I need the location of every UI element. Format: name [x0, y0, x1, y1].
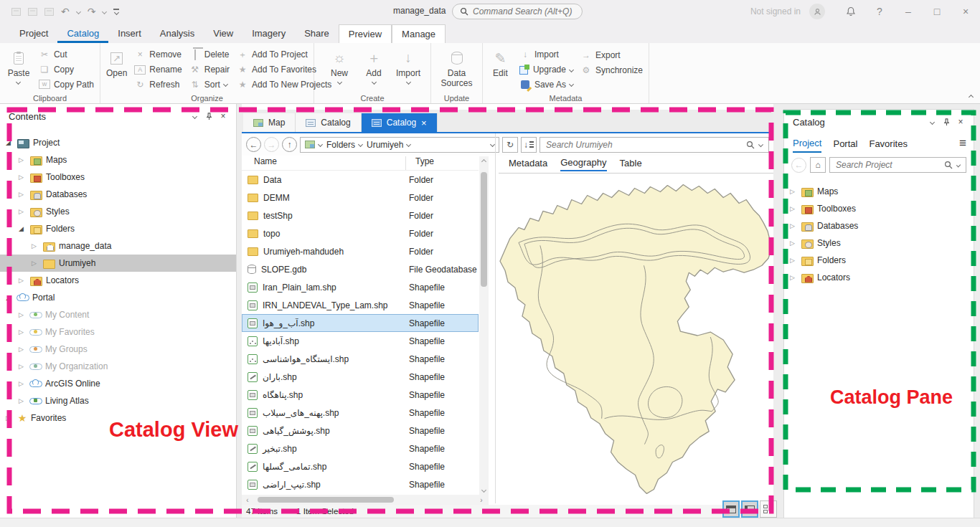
tab-manage[interactable]: Manage	[392, 24, 446, 43]
tree-item-maps[interactable]: ▷Maps	[0, 151, 236, 168]
vertical-scrollbar[interactable]	[479, 156, 489, 495]
forward-button[interactable]: →	[264, 137, 279, 152]
new-project-icon[interactable]	[11, 8, 21, 16]
tree-item-folders[interactable]: ◢Folders	[0, 220, 236, 237]
help-button[interactable]: ?	[865, 0, 894, 23]
pane-item-databases[interactable]: ▷Databases	[784, 217, 974, 234]
notifications-button[interactable]	[837, 0, 865, 23]
file-row[interactable]: پناهگاه.shpShapefile	[242, 386, 479, 404]
expander-icon[interactable]: ▷	[790, 257, 800, 264]
pane-tab-project[interactable]: Project	[793, 134, 821, 153]
catalog-search-input[interactable]	[546, 140, 742, 150]
doc-tab-catalog-1[interactable]: Catalog	[296, 113, 361, 132]
pane-tab-portal[interactable]: Portal	[833, 138, 857, 149]
file-row[interactable]: تيپ_اراضى.shpShapefile	[242, 475, 479, 493]
file-row[interactable]: پهنه_هاى_سيلاب.shpShapefile	[242, 404, 479, 422]
tree-item-locators[interactable]: ▷Locators	[0, 272, 236, 289]
tree-item-arcgis-online[interactable]: ▷ArcGIS Online	[0, 375, 236, 392]
tree-item-portal[interactable]: ◢Portal	[0, 289, 236, 306]
tree-item-urumiyeh[interactable]: ▷Urumiyeh	[0, 255, 236, 272]
expander-icon[interactable]: ◢	[19, 225, 29, 232]
close-pane-icon[interactable]: ×	[953, 115, 968, 129]
pane-options-chevron-icon[interactable]	[925, 115, 939, 129]
pane-item-maps[interactable]: ▷Maps	[784, 183, 974, 200]
copy-button[interactable]: ❏Copy	[39, 62, 94, 77]
pane-tab-favorites[interactable]: Favorites	[869, 138, 907, 149]
thumbnail-view-button[interactable]	[760, 500, 777, 518]
chevron-down-icon[interactable]	[318, 142, 323, 147]
repair-button[interactable]: ⚒Repair	[189, 62, 230, 77]
pane-item-toolboxes[interactable]: ▷Toolboxes	[784, 200, 974, 217]
tree-item-databases[interactable]: ▷Databases	[0, 186, 236, 203]
expander-icon[interactable]: ▷	[19, 311, 29, 318]
pane-item-styles[interactable]: ▷Styles	[784, 234, 974, 252]
list-view-button[interactable]	[741, 500, 758, 518]
up-button[interactable]: ↑	[282, 137, 297, 152]
menu-icon[interactable]: ≡	[959, 136, 966, 151]
preview-tab-table[interactable]: Table	[620, 154, 642, 171]
expander-icon[interactable]: ▷	[19, 380, 29, 387]
tab-analysis[interactable]: Analysis	[151, 23, 204, 43]
pane-item-folders[interactable]: ▷Folders	[784, 252, 974, 269]
location-crumb[interactable]: Urumiyeh	[367, 140, 410, 150]
expander-icon[interactable]: ◢	[6, 139, 16, 146]
doc-tab-map[interactable]: Map	[243, 113, 296, 132]
tab-view[interactable]: View	[204, 23, 242, 43]
pane-search-box[interactable]	[829, 157, 966, 173]
save-as-dropdown-icon[interactable]	[569, 82, 574, 87]
file-row[interactable]: IRN_LANDEVAL_Type_Lam.shpShapefile	[242, 296, 479, 314]
chevron-down-icon[interactable]	[358, 142, 363, 147]
save-project-icon[interactable]	[44, 8, 54, 16]
expander-icon[interactable]: ▷	[790, 274, 800, 281]
scroll-left-icon[interactable]: ‹	[242, 496, 253, 504]
close-button[interactable]: ×	[951, 0, 980, 23]
expander-icon[interactable]: ▷	[19, 328, 29, 336]
column-header-type[interactable]: Type	[405, 156, 434, 170]
edit-button[interactable]: ✎ Edit	[489, 47, 512, 92]
search-options-icon[interactable]	[956, 163, 961, 168]
expander-icon[interactable]: ▷	[19, 397, 29, 404]
file-row[interactable]: DataFolder	[242, 171, 479, 189]
file-row[interactable]: DEMMFolder	[242, 189, 479, 206]
file-row[interactable]: تمامى_گسلها.shpShapefile	[242, 457, 479, 475]
cut-button[interactable]: ✂Cut	[39, 47, 94, 62]
refresh-button[interactable]: ↻Refresh	[134, 77, 182, 92]
tree-item-my-organization[interactable]: ▷My Organization	[0, 358, 236, 375]
location-breadcrumb[interactable]: Folders Urumiyeh	[300, 137, 499, 153]
expander-icon[interactable]: ▷	[19, 346, 29, 353]
folders-crumb[interactable]: Folders	[326, 140, 362, 150]
refresh-view-button[interactable]: ↻	[502, 137, 518, 153]
redo-dropdown-icon[interactable]	[102, 9, 107, 14]
back-button[interactable]: ←	[246, 137, 261, 152]
tree-item-favorites[interactable]: ▷★Favorites	[0, 409, 236, 427]
tab-preview[interactable]: Preview	[339, 24, 392, 43]
tab-project[interactable]: Project	[10, 23, 57, 43]
import-button[interactable]: ↓ Import	[392, 47, 425, 92]
close-tab-icon[interactable]: ×	[421, 118, 427, 128]
pane-item-locators[interactable]: ▷Locators	[784, 269, 974, 286]
sort-dropdown-icon[interactable]	[223, 82, 228, 87]
new-dropdown-icon[interactable]	[336, 80, 341, 85]
scrollbar-thumb[interactable]	[481, 172, 487, 287]
scroll-right-icon[interactable]: ›	[476, 496, 487, 504]
preview-tab-geography[interactable]: Geography	[560, 154, 606, 171]
details-view-button[interactable]	[722, 500, 740, 518]
metadata-import-button[interactable]: ↓Import	[519, 47, 573, 62]
file-row[interactable]: testShpFolder	[242, 206, 479, 224]
expander-icon[interactable]: ▷	[19, 191, 29, 198]
tree-item-project[interactable]: ◢Project	[0, 134, 236, 151]
customize-toolbar-button[interactable]	[113, 9, 119, 14]
expander-icon[interactable]: ▷	[32, 260, 42, 267]
file-row[interactable]: باران.shpShapefile	[242, 368, 479, 386]
sort-order-button[interactable]: ↓	[521, 137, 537, 153]
upgrade-button[interactable]: Upgrade	[519, 62, 573, 77]
tree-item-living-atlas[interactable]: ▷Living Atlas	[0, 392, 236, 409]
horizontal-scrollbar[interactable]: ‹ ›	[242, 495, 489, 505]
remove-button[interactable]: ×Remove	[134, 47, 182, 62]
pin-icon[interactable]	[202, 109, 216, 123]
paste-dropdown-icon[interactable]	[16, 80, 21, 85]
tab-insert[interactable]: Insert	[108, 23, 151, 43]
data-sources-button[interactable]: Data Sources	[437, 47, 476, 92]
user-avatar[interactable]	[809, 4, 825, 19]
geography-preview[interactable]	[497, 174, 773, 502]
